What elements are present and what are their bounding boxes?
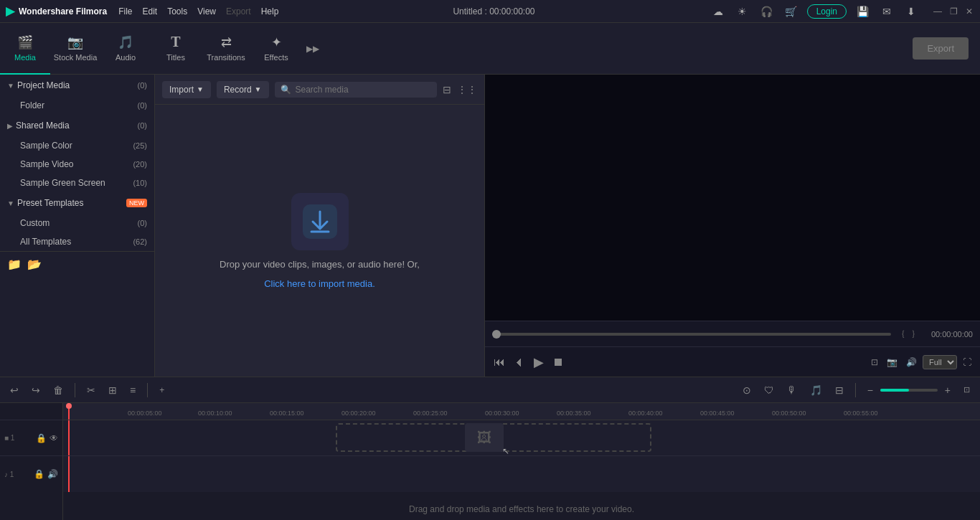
- scene-detect-button[interactable]: ⊙: [738, 382, 755, 399]
- drop-import-link[interactable]: Click here to import media.: [264, 278, 375, 289]
- menu-help[interactable]: Help: [261, 6, 279, 16]
- ruler-playhead-top: [66, 403, 72, 409]
- toolbar-transitions[interactable]: ⇄ Transitions: [201, 23, 251, 75]
- import-folder-icon[interactable]: 📂: [27, 257, 42, 271]
- sidebar-section-preset-templates[interactable]: ▼ Preset Templates NEW: [0, 192, 154, 214]
- screenshot-button[interactable]: 📷: [884, 354, 900, 370]
- sidebar-item-custom[interactable]: Custom (0): [0, 214, 154, 232]
- save-icon[interactable]: 💾: [854, 3, 871, 20]
- login-button[interactable]: Login: [807, 4, 847, 19]
- shield-button[interactable]: 🛡: [760, 382, 778, 399]
- sidebar-section-shared-media[interactable]: ▶ Shared Media (0): [0, 115, 154, 136]
- timeline-slider-row: ｛ ｝ 00:00:00:00: [485, 321, 980, 346]
- zoom-slider[interactable]: [880, 389, 938, 392]
- delete-button[interactable]: 🗑: [49, 382, 67, 399]
- import-button[interactable]: Import ▼: [162, 81, 211, 98]
- maximize-button[interactable]: ❐: [948, 6, 958, 16]
- track-visibility-icon[interactable]: 👁: [50, 433, 58, 443]
- audio-button[interactable]: ≡: [126, 382, 140, 399]
- sample-color-count: (25): [133, 141, 147, 150]
- main-toolbar: 🎬 Media 📷 Stock Media 🎵 Audio T Titles ⇄…: [0, 23, 980, 75]
- zoom-controls: − +: [863, 382, 955, 399]
- ruler-mark-7: 00:00:35:00: [557, 410, 591, 417]
- volume-button[interactable]: 🔊: [903, 354, 920, 370]
- caption-button[interactable]: ⊟: [831, 382, 848, 399]
- toolbar-media[interactable]: 🎬 Media: [0, 23, 50, 75]
- music-button[interactable]: 🎵: [806, 382, 826, 399]
- cut-button[interactable]: ✂: [83, 382, 100, 399]
- project-media-count: (0): [138, 81, 147, 90]
- toolbar-audio[interactable]: 🎵 Audio: [100, 23, 151, 75]
- timeline-slider[interactable]: [492, 333, 891, 336]
- mail-icon[interactable]: ✉: [878, 3, 895, 20]
- ruler-marks: 00:00:05:00 00:00:10:00 00:00:15:00 00:0…: [63, 403, 980, 420]
- menu-export[interactable]: Export: [226, 6, 251, 16]
- adjust-button[interactable]: ⊞: [104, 382, 121, 399]
- sidebar-item-sample-video[interactable]: Sample Video (20): [0, 155, 154, 174]
- menu-view[interactable]: View: [197, 6, 216, 16]
- thumbnail-icon: 🖼: [477, 430, 491, 446]
- export-button: Export: [913, 37, 969, 60]
- sidebar-section-project-media[interactable]: ▼ Project Media (0): [0, 75, 154, 96]
- video-playhead: [68, 420, 70, 455]
- headset-icon[interactable]: 🎧: [758, 3, 776, 20]
- import-dropdown-icon[interactable]: ▼: [197, 85, 204, 93]
- filter-icon[interactable]: ⊟: [443, 84, 451, 95]
- record-button[interactable]: Record ▼: [217, 81, 269, 98]
- menu-file[interactable]: File: [118, 6, 132, 16]
- download-icon[interactable]: ⬇: [903, 3, 920, 20]
- fullscreen-button[interactable]: ⛶: [960, 354, 974, 370]
- zoom-out-button[interactable]: −: [863, 382, 877, 399]
- shop-icon[interactable]: 🛒: [783, 3, 800, 20]
- timeline-marker[interactable]: [492, 330, 501, 339]
- toolbar-titles[interactable]: T Titles: [151, 23, 201, 75]
- app-name: Wondershare Filmora: [19, 6, 107, 16]
- time-display: 00:00:00:00: [931, 330, 973, 339]
- audio-visibility-icon[interactable]: 🔊: [47, 469, 58, 479]
- quality-select[interactable]: Full 1/2 1/4: [923, 355, 957, 369]
- toolbar-more-button[interactable]: ▶▶: [301, 23, 324, 75]
- sidebar-item-sample-green-screen[interactable]: Sample Green Screen (10): [0, 174, 154, 192]
- effects-icon: ✦: [271, 34, 282, 50]
- zoom-in-button[interactable]: +: [941, 382, 955, 399]
- cursor-icon: ↖: [502, 446, 509, 456]
- stop-button[interactable]: ⏹: [550, 353, 567, 372]
- fit-button[interactable]: ⊡: [959, 382, 974, 397]
- titles-label: Titles: [166, 53, 185, 62]
- toolbar-stock-media[interactable]: 📷 Stock Media: [50, 23, 100, 75]
- cloud-icon[interactable]: ☁: [710, 3, 727, 20]
- sidebar-item-sample-color[interactable]: Sample Color (25): [0, 136, 154, 155]
- grid-icon[interactable]: ⋮⋮: [457, 84, 477, 95]
- shared-media-count: (0): [138, 121, 147, 130]
- middle-section: ▼ Project Media (0) Folder (0) ▶ Shared …: [0, 75, 980, 377]
- drop-zone: Drop your video clips, images, or audio …: [155, 105, 484, 377]
- skip-back-button[interactable]: ⏮: [491, 353, 508, 372]
- menu-edit[interactable]: Edit: [142, 6, 157, 16]
- undo-button[interactable]: ↩: [6, 382, 23, 399]
- mic-button[interactable]: 🎙: [783, 382, 801, 399]
- zoom-fill: [880, 389, 909, 392]
- menu-tools[interactable]: Tools: [167, 6, 187, 16]
- sample-green-screen-label: Sample Green Screen: [20, 178, 133, 188]
- step-back-button[interactable]: ⏴: [511, 353, 528, 372]
- effects-label: Effects: [264, 53, 288, 62]
- search-input[interactable]: [296, 85, 431, 95]
- toolbar-effects[interactable]: ✦ Effects: [251, 23, 301, 75]
- minimize-button[interactable]: —: [933, 6, 943, 16]
- redo-button[interactable]: ↪: [27, 382, 44, 399]
- media-thumbnail: 🖼: [465, 423, 504, 452]
- track-lock-icon[interactable]: 🔒: [36, 433, 47, 443]
- record-dropdown-icon[interactable]: ▼: [255, 85, 262, 93]
- play-button[interactable]: ▶: [531, 351, 547, 373]
- track-number: ■ 1: [4, 434, 14, 442]
- close-button[interactable]: ✕: [964, 6, 974, 16]
- add-folder-icon[interactable]: 📁: [7, 257, 22, 271]
- sun-icon[interactable]: ☀: [734, 3, 751, 20]
- screen-size-button[interactable]: ⊡: [868, 354, 881, 370]
- sidebar-item-folder[interactable]: Folder (0): [0, 96, 154, 115]
- ruler-mark-10: 00:00:50:00: [772, 410, 806, 417]
- window-controls: — ❐ ✕: [933, 6, 974, 16]
- audio-lock-icon[interactable]: 🔒: [34, 469, 44, 479]
- sidebar-item-all-templates[interactable]: All Templates (62): [0, 232, 154, 251]
- add-media-button[interactable]: +: [155, 382, 169, 398]
